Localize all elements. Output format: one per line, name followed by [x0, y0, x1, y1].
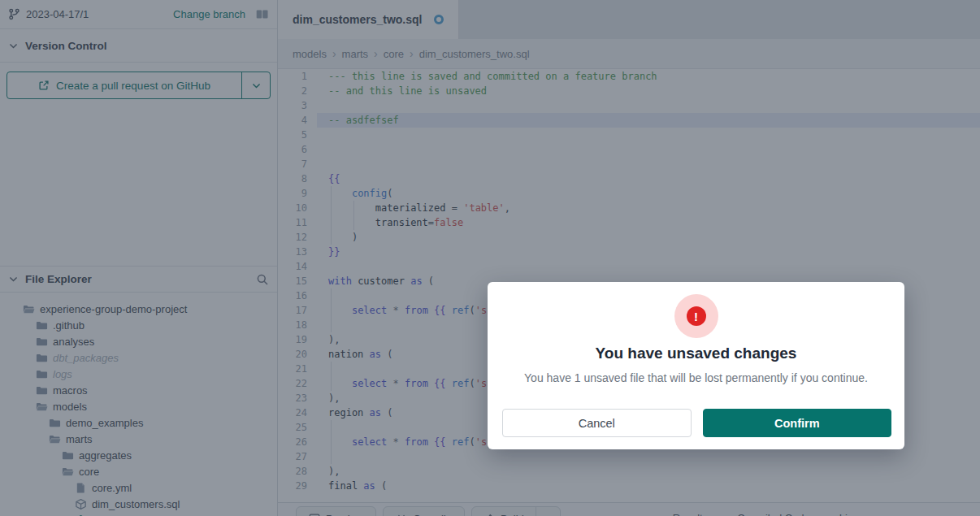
unsaved-changes-modal: ! You have unsaved changes You have 1 un…: [488, 282, 904, 449]
alert-exclamation-icon: !: [687, 306, 706, 326]
modal-title: You have unsaved changes: [488, 345, 904, 362]
dbt-ide-app: 2023-04-17/1 Change branch Version Contr…: [0, 0, 980, 516]
alert-icon-circle: !: [674, 294, 718, 338]
modal-body-text: You have 1 unsaved file that will be los…: [488, 371, 904, 384]
confirm-button[interactable]: Confirm: [703, 409, 892, 437]
cancel-button[interactable]: Cancel: [502, 409, 692, 437]
